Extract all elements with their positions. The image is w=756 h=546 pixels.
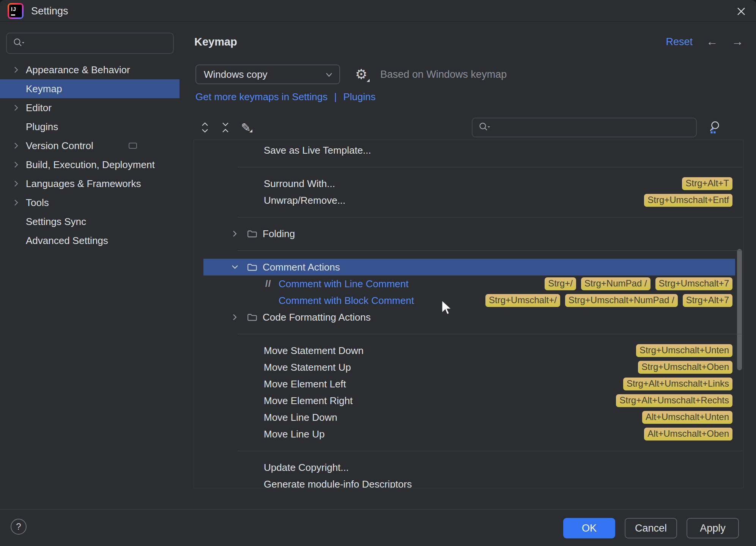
tree-action-move-statement-down[interactable]: Move Statement DownStrg+Umschalt+Unten bbox=[194, 342, 743, 359]
actions-search-input[interactable] bbox=[494, 122, 696, 134]
chevron-right-icon bbox=[12, 141, 21, 150]
group-divider bbox=[194, 442, 743, 459]
chevron-right-icon bbox=[12, 65, 21, 74]
chevron-right-icon bbox=[12, 103, 21, 112]
collapse-all-icon[interactable] bbox=[220, 122, 231, 133]
keymap-dropdown[interactable]: Windows copy bbox=[195, 65, 340, 84]
tree-action-move-element-left[interactable]: Move Element LeftStrg+Alt+Umschalt+Links bbox=[194, 376, 743, 392]
get-more-keymaps-row: Get more keymaps in Settings | Plugins bbox=[195, 91, 376, 103]
shortcut-badge: Strg+Umschalt+Unten bbox=[636, 344, 732, 357]
link-divider: | bbox=[334, 91, 337, 102]
mouse-cursor bbox=[440, 300, 453, 318]
tree-action-surround-with[interactable]: Surround With...Strg+Alt+T bbox=[194, 175, 743, 192]
tree-action-move-line-down[interactable]: Move Line DownAlt+Umschalt+Unten bbox=[194, 409, 743, 426]
expand-all-icon[interactable] bbox=[199, 122, 211, 133]
group-divider bbox=[194, 242, 743, 259]
tree-action-move-line-up[interactable]: Move Line UpAlt+Umschalt+Oben bbox=[194, 426, 743, 442]
shortcut-badge: Alt+Umschalt+Unten bbox=[642, 411, 732, 424]
sidebar-item-languages-frameworks[interactable]: Languages & Frameworks bbox=[0, 174, 180, 193]
reset-link[interactable]: Reset bbox=[666, 36, 693, 48]
tree-action-comment-with-block-comment[interactable]: Comment with Block CommentStrg+Umschalt+… bbox=[194, 292, 743, 309]
tree-group-code-formatting-actions[interactable]: Code Formatting Actions bbox=[194, 309, 743, 326]
close-icon[interactable] bbox=[736, 6, 747, 17]
get-more-keymaps-link[interactable]: Get more keymaps in Settings bbox=[195, 91, 328, 102]
page-title: Keymap bbox=[194, 36, 237, 48]
dropdown-triangle-icon bbox=[249, 129, 252, 132]
tree-group-comment-actions[interactable]: Comment Actions bbox=[203, 259, 735, 275]
sidebar-item-editor[interactable]: Editor bbox=[0, 98, 180, 117]
chevron-right-icon bbox=[230, 229, 239, 238]
keymap-panel: Keymap Reset ← → Windows copy ⚙ Based on… bbox=[192, 22, 756, 509]
shortcut-badge: Strg+Umschalt+7 bbox=[655, 277, 732, 290]
question-mark-icon: ? bbox=[16, 521, 21, 532]
chevron-down-icon bbox=[325, 69, 333, 80]
panel-icon bbox=[129, 143, 137, 149]
actions-tree: Save as Live Template...Surround With...… bbox=[194, 140, 743, 488]
shortcut-badge: Alt+Umschalt+Oben bbox=[644, 428, 732, 441]
sidebar-item-advanced-settings[interactable]: Advanced Settings bbox=[0, 231, 180, 250]
find-by-shortcut-icon bbox=[707, 121, 721, 134]
shortcut-badge: Strg+Umschalt+Entf bbox=[644, 194, 732, 207]
settings-sidebar: Appearance & BehaviorKeymapEditorPlugins… bbox=[0, 22, 192, 509]
tree-action-move-element-right[interactable]: Move Element RightStrg+Alt+Umschalt+Rech… bbox=[194, 392, 743, 409]
sidebar-item-plugins[interactable]: Plugins bbox=[0, 117, 180, 136]
ok-button[interactable]: OK bbox=[563, 518, 615, 538]
keymap-options-button[interactable]: ⚙ bbox=[354, 66, 369, 83]
sidebar-item-settings-sync[interactable]: Settings Sync bbox=[0, 212, 180, 231]
tree-action-move-statement-up[interactable]: Move Statement UpStrg+Umschalt+Oben bbox=[194, 359, 743, 376]
help-button[interactable]: ? bbox=[11, 519, 27, 535]
intellij-logo-icon: IJ bbox=[8, 3, 24, 19]
sidebar-item-tools[interactable]: Tools bbox=[0, 193, 180, 212]
cancel-button[interactable]: Cancel bbox=[625, 518, 677, 538]
shortcut-badge: Strg+Umschalt+Oben bbox=[638, 361, 732, 374]
forward-arrow-icon[interactable]: → bbox=[732, 35, 743, 49]
shortcut-badge: Strg+Alt+Umschalt+Rechts bbox=[616, 394, 732, 407]
dialog-footer: ? OK Cancel Apply bbox=[0, 509, 756, 546]
group-divider bbox=[194, 326, 743, 342]
tree-action-unwrap-remove[interactable]: Unwrap/Remove...Strg+Umschalt+Entf bbox=[194, 192, 743, 209]
keymap-dropdown-value: Windows copy bbox=[204, 69, 325, 80]
sidebar-nav: Appearance & BehaviorKeymapEditorPlugins… bbox=[0, 60, 180, 250]
sidebar-item-appearance-behavior[interactable]: Appearance & Behavior bbox=[0, 60, 180, 79]
shortcut-badge: Strg+Alt+Umschalt+Links bbox=[623, 378, 732, 390]
folder-icon bbox=[247, 263, 257, 272]
sidebar-item-build-execution-deployment[interactable]: Build, Execution, Deployment bbox=[0, 155, 180, 174]
gear-icon: ⚙ bbox=[355, 68, 367, 81]
based-on-note: Based on Windows keymap bbox=[380, 69, 507, 80]
chevron-right-icon bbox=[230, 313, 239, 322]
folder-icon bbox=[247, 313, 257, 322]
chevron-down-icon bbox=[230, 263, 239, 272]
settings-dialog: IJ Settings Appearance & BehaviorKeymapE… bbox=[0, 0, 756, 546]
sidebar-search-input[interactable] bbox=[28, 38, 173, 49]
shortcut-badge: Strg+Alt+T bbox=[682, 177, 732, 190]
sidebar-item-keymap[interactable]: Keymap bbox=[0, 79, 180, 98]
chevron-right-icon bbox=[12, 179, 21, 188]
shortcut-badge: Strg+NumPad / bbox=[581, 277, 650, 290]
find-actions-by-shortcut-button[interactable] bbox=[707, 119, 722, 136]
sidebar-search-box[interactable] bbox=[6, 33, 174, 54]
tree-action-generate-module-info-descriptors[interactable]: Generate module-info Descriptors bbox=[194, 476, 743, 488]
folder-icon bbox=[247, 230, 257, 238]
shortcut-badge: Strg+/ bbox=[545, 277, 576, 290]
search-icon bbox=[13, 38, 24, 49]
shortcut-badge: Strg+Umschalt+NumPad / bbox=[565, 294, 678, 307]
tree-group-folding[interactable]: Folding bbox=[194, 225, 743, 242]
back-arrow-icon[interactable]: ← bbox=[706, 35, 718, 49]
group-divider bbox=[194, 209, 743, 225]
shortcut-badge: Strg+Alt+7 bbox=[683, 294, 732, 307]
group-divider bbox=[194, 159, 743, 175]
tree-action-update-copyright[interactable]: Update Copyright... bbox=[194, 459, 743, 476]
actions-toolbar: ✎ bbox=[199, 118, 722, 137]
apply-button[interactable]: Apply bbox=[687, 518, 739, 538]
titlebar: IJ Settings bbox=[0, 0, 756, 22]
tree-action-comment-with-line-comment[interactable]: //Comment with Line CommentStrg+/Strg+Nu… bbox=[194, 275, 743, 292]
window-title: Settings bbox=[31, 5, 68, 17]
edit-shortcut-button[interactable]: ✎ bbox=[240, 122, 252, 133]
sidebar-item-version-control[interactable]: Version Control bbox=[0, 136, 180, 155]
actions-search-box[interactable] bbox=[472, 118, 697, 137]
plugins-link[interactable]: Plugins bbox=[343, 91, 376, 102]
tree-action-save-as-live-template[interactable]: Save as Live Template... bbox=[194, 142, 743, 159]
dropdown-triangle-icon bbox=[367, 79, 370, 82]
line-comment-icon: // bbox=[265, 279, 275, 289]
chevron-right-icon bbox=[12, 198, 21, 207]
